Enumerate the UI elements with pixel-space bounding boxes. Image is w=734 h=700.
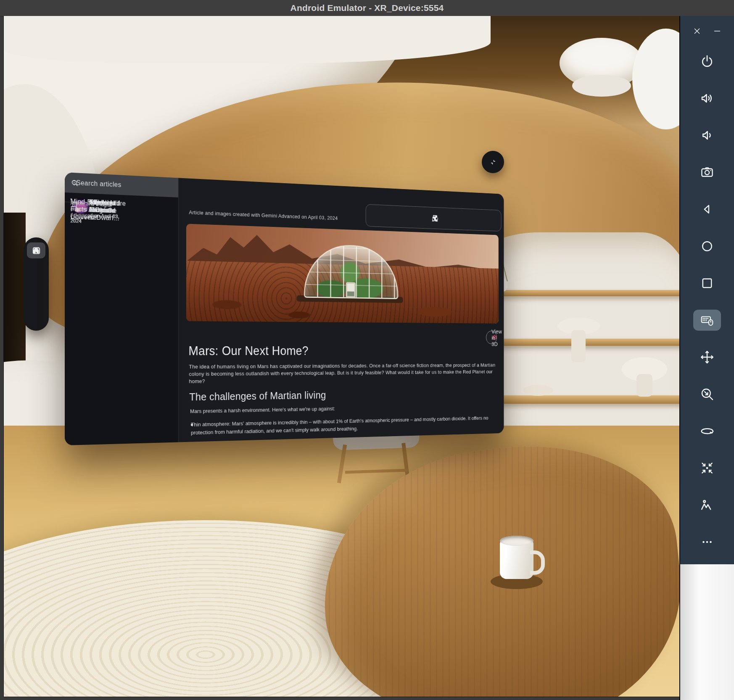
scene-lamp-stem	[636, 374, 652, 397]
article-subtitle: Article and images created with Gemini A…	[71, 200, 127, 226]
article-hero-image	[186, 224, 499, 323]
scene-side-table-base	[571, 330, 586, 362]
back-button[interactable]	[680, 191, 734, 228]
article-caption: Article and images created with Gemini A…	[189, 209, 338, 221]
view-in-3d-label: View in 3D	[491, 328, 502, 347]
rotate-orbit-icon	[699, 423, 715, 439]
reader-toolbar: A	[366, 204, 502, 232]
volume-down-button[interactable]	[680, 117, 734, 154]
collapse-corners-icon	[489, 158, 497, 166]
view-in-3d-button[interactable]: View in 3D	[486, 331, 497, 344]
window-titlebar: Android Emulator - XR_Device:5554	[0, 0, 734, 16]
xr-scene-viewport[interactable]: Home	[3, 16, 680, 697]
environment-pose-button[interactable]	[680, 487, 734, 524]
article-section-heading: The challenges of Martian living	[189, 389, 326, 403]
emulator-toolbar	[680, 16, 734, 564]
more-dots-icon	[700, 535, 714, 549]
keyboard-mouse-icon	[700, 313, 714, 327]
window-title: Android Emulator - XR_Device:5554	[27, 3, 707, 13]
recenter-arrows-icon	[700, 461, 715, 476]
search-input[interactable]	[75, 179, 159, 191]
article-list-panel: Mars: Our Next Home? Article and images …	[65, 172, 178, 445]
overflow-menu-icon[interactable]	[71, 179, 78, 187]
camera-icon	[700, 165, 715, 180]
home-button[interactable]	[680, 228, 734, 265]
article-bullet-item: Thin atmosphere: Mars' atmosphere is inc…	[191, 414, 493, 421]
hero-dome-door	[346, 282, 356, 297]
panel-resize-button[interactable]	[482, 151, 504, 173]
zoom-magnifier-icon	[700, 387, 715, 402]
scene-bowl	[523, 385, 553, 396]
power-button[interactable]	[680, 43, 734, 80]
power-icon	[700, 54, 715, 69]
minimize-icon[interactable]	[713, 26, 722, 36]
scene-ceiling-band	[4, 16, 491, 63]
keyboard-mouse-input-button[interactable]	[680, 302, 734, 339]
rotate-view-button[interactable]	[680, 413, 734, 450]
overview-button[interactable]	[680, 265, 734, 302]
language-globe-icon[interactable]	[431, 214, 438, 222]
toolbar-empty-area	[680, 564, 734, 700]
article-intro-paragraph: The idea of humans living on Mars has ca…	[189, 362, 495, 385]
mountain-pose-icon	[699, 497, 715, 513]
move-panel-button[interactable]	[680, 339, 734, 376]
scene-mug-rim	[500, 536, 533, 546]
volume-up-icon	[700, 91, 715, 106]
article-section-intro: Mars presents a harsh environment. Here'…	[190, 403, 490, 415]
recenter-button[interactable]	[680, 450, 734, 487]
list-item[interactable]: Mind-Bending Facts About the Universe Ar…	[65, 192, 74, 203]
article-page-title: Mars: Our Next Home?	[188, 344, 308, 358]
close-icon[interactable]	[692, 26, 702, 36]
volume-up-button[interactable]	[680, 80, 734, 117]
article-reader: Article and images created with Gemini A…	[178, 178, 504, 442]
floating-article-window: Mars: Our Next Home? Article and images …	[65, 172, 504, 445]
xr-app-dock[interactable]: Home	[24, 237, 49, 331]
scene-pendant-lamp-lower	[572, 75, 631, 97]
home-circle-icon	[700, 239, 714, 253]
move-arrows-icon	[700, 350, 715, 365]
bullet-text: Thin atmosphere: Mars' atmosphere is inc…	[191, 414, 493, 437]
active-button-highlight	[693, 310, 721, 331]
dock-media-icon[interactable]	[27, 242, 45, 259]
volume-down-icon	[700, 128, 715, 143]
back-triangle-icon	[700, 202, 714, 216]
article-list: Mars: Our Next Home? Article and images …	[65, 192, 178, 445]
more-options-button[interactable]	[680, 524, 734, 561]
screenshot-button[interactable]	[680, 154, 734, 191]
overview-square-icon	[700, 276, 714, 290]
zoom-reset-button[interactable]	[680, 376, 734, 413]
